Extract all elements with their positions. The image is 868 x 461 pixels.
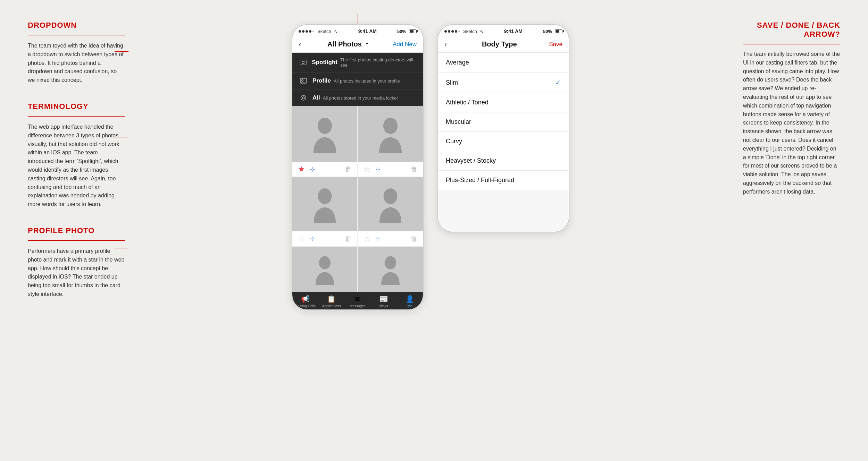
save-done-divider [743, 44, 840, 44]
body-type-athletic-label: Athletic / Toned [446, 99, 489, 106]
nav-bar-1: ‹ All Photos ⌃ Add New [292, 36, 423, 53]
dropdown-item-profile[interactable]: Profile All photos included in your prof… [292, 72, 423, 89]
battery-area-2: 50% [543, 29, 562, 34]
dropdown-menu: Spotlight The first photos casting direc… [292, 53, 423, 106]
status-bar-2: Sketch ∿ 9:41 AM 50% [438, 25, 569, 36]
trash-icon-4[interactable]: 🗑 [410, 235, 417, 243]
battery-percent-1: 50% [397, 29, 406, 34]
trash-icon-2[interactable]: 🗑 [410, 165, 417, 173]
time-1: 9:41 AM [358, 28, 377, 34]
tab-me[interactable]: 👤 Me [397, 295, 423, 308]
svg-point-6 [318, 118, 332, 134]
body-type-athletic[interactable]: Athletic / Toned [438, 93, 569, 112]
profile-icon [299, 77, 308, 85]
move-icon-4[interactable]: ⊹ [375, 235, 381, 242]
svg-point-3 [302, 80, 303, 82]
terminology-divider [28, 116, 125, 117]
back-arrow-2[interactable]: ‹ [444, 40, 447, 49]
annotation-dropdown-text: The team toyed with the idea of having a… [28, 42, 125, 85]
photo-cell-6 [358, 247, 423, 292]
annotation-dropdown-section: DROPDOWN The team toyed with the idea of… [28, 21, 125, 85]
photo-cell-2: ☆ ⊹ 🗑 [358, 106, 423, 177]
save-button[interactable]: Save [549, 41, 562, 48]
body-type-curvy[interactable]: Curvy [438, 132, 569, 151]
battery-icon-1 [409, 29, 417, 33]
photo-cell-5 [292, 247, 357, 292]
nav-title-1: All Photos ⌃ [304, 40, 393, 48]
photo-cell-4: ☆ ⊹ 🗑 [358, 177, 423, 246]
tab-messages[interactable]: ✉ Messages [344, 295, 370, 308]
body-type-muscular-label: Muscular [446, 118, 471, 126]
body-type-spacer [438, 190, 569, 232]
right-annotation-panel: SAVE / DONE / BACK ARROW? The team initi… [722, 21, 840, 440]
star-filled-icon[interactable]: ★ [298, 165, 305, 174]
tab-news[interactable]: 📰 News [371, 295, 397, 308]
body-type-plus-sized[interactable]: Plus-Sized / Full-Figured [438, 171, 569, 190]
photo-cell-1: ★ ⊹ 🗑 [292, 106, 357, 177]
annotation-save-done-text: The team initially borrowed some of the … [743, 50, 840, 196]
nav-bar-2: ‹ Body Type Save [438, 36, 569, 53]
wifi-symbol-1: ∿ [334, 29, 338, 34]
move-icon-2[interactable]: ⊹ [375, 165, 381, 173]
battery-percent-2: 50% [543, 29, 552, 34]
spotlight-label: Spotlight [312, 59, 337, 66]
carrier-label-2: Sketch [463, 29, 477, 34]
news-icon: 📰 [379, 295, 388, 303]
dropdown-divider [28, 35, 125, 35]
svg-point-11 [385, 256, 396, 269]
svg-rect-0 [300, 60, 306, 65]
annotation-terminology-title: TERMINOLOGY [28, 102, 125, 111]
tab-casting-calls[interactable]: 📢 Casting Calls [292, 295, 318, 308]
star-empty-icon-2[interactable]: ☆ [364, 165, 370, 174]
phone-body-type: Sketch ∿ 9:41 AM 50% ‹ Body Type Sav [437, 24, 569, 232]
trash-icon-3[interactable]: 🗑 [345, 235, 352, 243]
casting-calls-label: Casting Calls [295, 304, 316, 308]
wifi-symbol-2: ∿ [480, 29, 484, 34]
left-annotation-panel: DROPDOWN The team toyed with the idea of… [28, 21, 139, 440]
body-type-slim-label: Slim [446, 79, 458, 86]
dropdown-item-all[interactable]: All All photos stored in your media lock… [292, 89, 423, 106]
dropdown-item-spotlight[interactable]: Spotlight The first photos casting direc… [292, 53, 423, 72]
carrier-label-1: Sketch [317, 29, 331, 34]
body-type-heavyset-label: Heavyset / Stocky [446, 157, 496, 164]
profile-photo-divider [28, 240, 125, 241]
time-2: 9:41 AM [504, 28, 523, 34]
star-empty-icon-3[interactable]: ☆ [298, 234, 305, 243]
me-label: Me [407, 304, 412, 308]
body-type-slim[interactable]: Slim ✓ [438, 72, 569, 93]
body-type-muscular[interactable]: Muscular [438, 112, 569, 132]
annotation-terminology-text: The web app interface handled the differ… [28, 123, 125, 209]
svg-point-7 [383, 118, 398, 134]
svg-point-9 [384, 188, 398, 204]
svg-point-10 [319, 256, 331, 269]
tab-applications[interactable]: 📋 Applications [318, 295, 344, 308]
svg-point-4 [301, 95, 306, 100]
spotlight-icon [299, 59, 308, 66]
add-new-button[interactable]: Add New [393, 41, 417, 48]
star-empty-icon-4[interactable]: ☆ [364, 234, 370, 243]
body-type-plus-sized-label: Plus-Sized / Full-Figured [446, 177, 514, 184]
body-type-heavyset[interactable]: Heavyset / Stocky [438, 151, 569, 171]
battery-icon-2 [555, 29, 562, 33]
body-type-average[interactable]: Average [438, 53, 569, 72]
svg-point-5 [302, 97, 304, 99]
nav-title-2: Body Type [450, 40, 549, 48]
phone-all-photos: Sketch ∿ 9:41 AM 50% ‹ All Photos [292, 24, 424, 310]
battery-area-1: 50% [397, 29, 417, 34]
annotation-profile-photo-text: Performers have a primary profile photo … [28, 247, 125, 299]
casting-calls-icon: 📢 [301, 295, 310, 303]
move-icon-3[interactable]: ⊹ [310, 235, 315, 242]
svg-point-8 [318, 188, 332, 204]
photo-cell-3: ☆ ⊹ 🗑 [292, 177, 357, 246]
applications-label: Applications [322, 304, 341, 308]
trash-icon-1[interactable]: 🗑 [345, 165, 352, 173]
body-type-average-label: Average [446, 59, 469, 66]
move-icon-1[interactable]: ⊹ [310, 165, 315, 173]
news-label: News [379, 304, 388, 308]
back-arrow-1[interactable]: ‹ [299, 40, 301, 49]
messages-label: Messages [350, 304, 366, 308]
applications-icon: 📋 [327, 295, 336, 303]
chevron-up-icon: ⌃ [365, 42, 369, 48]
annotation-save-done-title: SAVE / DONE / BACK ARROW? [743, 21, 840, 39]
spotlight-sublabel: The first photos casting directors will … [340, 57, 417, 68]
